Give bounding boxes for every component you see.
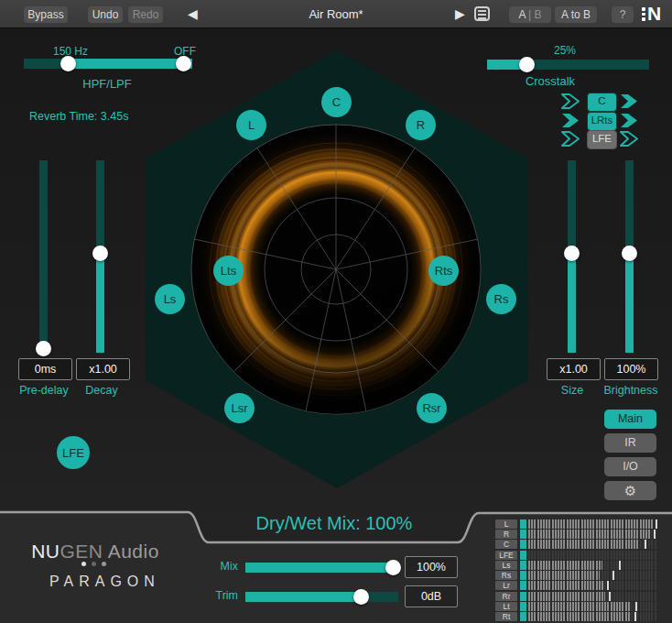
crosstalk-out-arrow-lrts-icon[interactable] <box>620 113 639 128</box>
size-value[interactable]: x1.00 <box>547 358 601 380</box>
channel-button-rsr[interactable]: Rsr <box>417 393 447 423</box>
meter-row-lfe: LFE <box>495 551 656 560</box>
channel-button-lsr[interactable]: Lsr <box>224 393 255 423</box>
gear-icon: ⚙ <box>624 483 636 498</box>
meter-row-rr: Rr <box>495 592 656 601</box>
previous-preset-icon[interactable]: ◀ <box>188 5 198 22</box>
hpf-lpf-label: HPF/LPF <box>52 77 162 91</box>
ab-toggle-button[interactable]: A | B <box>509 6 551 23</box>
dry-wet-mix-readout: Dry/Wet Mix: 100% <box>224 513 444 534</box>
crosstalk-label: Crosstalk <box>504 74 596 88</box>
hpf-handle[interactable] <box>60 56 76 71</box>
preset-menu-icon[interactable] <box>474 6 490 21</box>
tab-main[interactable]: Main <box>604 410 656 429</box>
trim-slider[interactable] <box>245 592 398 602</box>
paragon-plugin-window: Bypass Undo Redo ◀ Air Room* ▶ A | B A t… <box>0 0 672 623</box>
crosstalk-slider[interactable] <box>487 60 649 70</box>
meter-row-lt: Lt <box>495 602 656 611</box>
decay-handle[interactable] <box>92 246 108 261</box>
mix-value[interactable]: 100% <box>405 556 458 578</box>
channel-button-l[interactable]: L <box>236 110 266 140</box>
trim-handle[interactable] <box>353 589 369 605</box>
trim-value[interactable]: 0dB <box>405 585 458 607</box>
hpf-lpf-slider[interactable] <box>24 59 192 69</box>
redo-button[interactable]: Redo <box>128 6 163 23</box>
crosstalk-out-arrow-lfe-icon[interactable] <box>620 131 639 147</box>
meter-row-rs: Rs <box>495 571 656 580</box>
channel-button-c[interactable]: C <box>321 87 352 117</box>
tab-io[interactable]: I/O <box>604 457 656 476</box>
size-handle[interactable] <box>564 246 580 261</box>
help-button[interactable]: ? <box>612 6 634 23</box>
decay-value[interactable]: x1.00 <box>76 358 130 380</box>
meter-row-r: R <box>495 530 656 539</box>
pre-delay-value[interactable]: 0ms <box>18 358 72 380</box>
product-name: PARAGON <box>49 574 160 590</box>
pre-delay-slider[interactable] <box>39 160 48 353</box>
trim-label: Trim <box>206 589 238 602</box>
undo-button[interactable]: Undo <box>88 6 123 23</box>
channel-button-ls[interactable]: Ls <box>155 284 185 314</box>
crosstalk-out-arrow-c-icon[interactable] <box>620 93 639 109</box>
nugen-logo-icon: N <box>642 4 661 24</box>
settings-button[interactable]: ⚙ <box>604 481 656 500</box>
ab-primary: A <box>518 8 525 21</box>
channel-button-rs[interactable]: Rs <box>486 284 516 314</box>
meter-row-lr: Lr <box>495 581 656 590</box>
bypass-button[interactable]: Bypass <box>24 6 68 23</box>
decay-label: Decay <box>65 384 138 397</box>
mix-handle[interactable] <box>385 560 401 575</box>
crosstalk-handle[interactable] <box>519 57 535 72</box>
ab-secondary: | B <box>526 8 542 21</box>
crosstalk-channel-c-button[interactable]: C <box>587 93 617 112</box>
meter-row-rt: Rt <box>495 612 656 621</box>
meter-row-l: L <box>495 519 656 529</box>
channel-button-rts[interactable]: Rts <box>428 256 459 286</box>
meter-row-ls: Ls <box>495 561 656 570</box>
channel-button-lts[interactable]: Lts <box>213 256 244 286</box>
channel-button-lfe[interactable]: LFE <box>57 436 90 469</box>
reverb-time-readout: Reverb Time: 3.45s <box>29 110 176 123</box>
crosstalk-in-arrow-lrts-icon[interactable] <box>561 113 580 128</box>
mix-slider[interactable] <box>245 563 398 573</box>
pre-delay-handle[interactable] <box>36 341 51 356</box>
crosstalk-in-arrow-lfe-icon[interactable] <box>561 131 580 147</box>
brightness-label: Brightness <box>594 384 667 397</box>
output-meter: L R C LFE Ls Rs Lr Rr <box>495 519 656 621</box>
channel-button-r[interactable]: R <box>406 110 436 140</box>
crosstalk-in-arrow-c-icon[interactable] <box>561 93 580 109</box>
preset-name: Air Room* <box>281 7 391 21</box>
brightness-value[interactable]: 100% <box>604 358 658 380</box>
a-to-b-button[interactable]: A to B <box>555 6 597 23</box>
next-preset-icon[interactable]: ▶ <box>455 5 465 22</box>
logo-dots <box>81 562 106 566</box>
meter-row-c: C <box>495 540 656 549</box>
title-bar: Bypass Undo Redo ◀ Air Room* ▶ A | B A t… <box>0 0 672 28</box>
lpf-handle[interactable] <box>176 56 191 71</box>
crosstalk-value-label: 25% <box>537 44 592 57</box>
nugen-audio-logo: NUGEN Audio <box>28 541 162 563</box>
crosstalk-channel-lfe-button[interactable]: LFE <box>587 130 617 149</box>
tab-ir[interactable]: IR <box>604 433 656 453</box>
crosstalk-channel-lrts-button[interactable]: LRts <box>587 112 617 131</box>
brightness-handle[interactable] <box>622 246 637 261</box>
mix-label: Mix <box>206 560 238 573</box>
